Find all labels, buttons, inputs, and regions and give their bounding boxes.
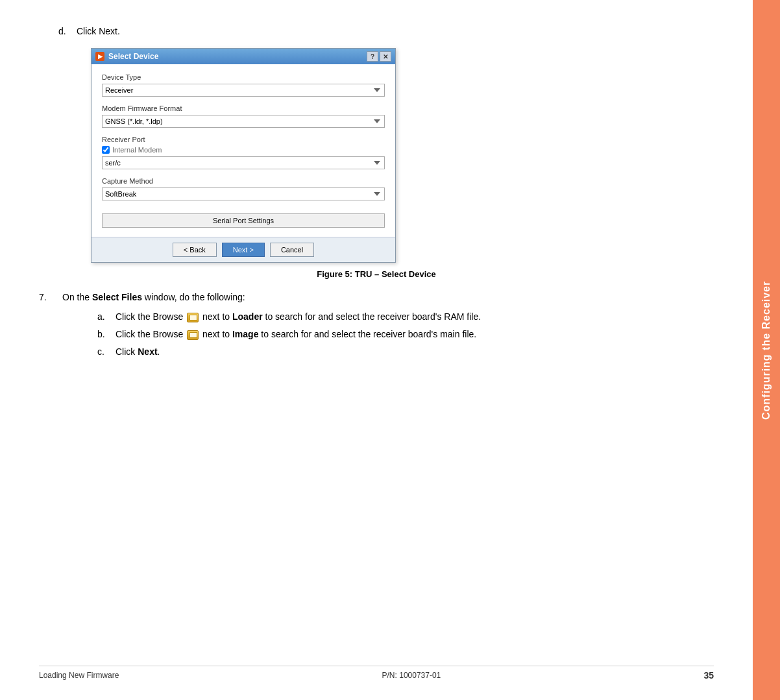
browse-icon-image	[187, 330, 199, 340]
step-7-number: 7.	[39, 292, 57, 302]
device-type-select[interactable]: Receiver	[102, 84, 385, 97]
sub-step-b-text: Click the Browse next to Image to search…	[116, 329, 476, 340]
modem-firmware-group: Modem Firmware Format GNSS (*.ldr, *.ldp…	[102, 104, 385, 128]
browse-icon-loader	[187, 313, 199, 322]
dialog-body: Device Type Receiver Modem Firmware Form…	[91, 64, 395, 237]
port-select[interactable]: ser/c	[102, 156, 385, 169]
step-7-text: On the Select Files window, do the follo…	[62, 292, 245, 302]
sub-step-a-letter: a.	[97, 311, 110, 322]
capture-method-label: Capture Method	[102, 177, 385, 185]
page-number: 35	[703, 670, 714, 681]
main-content: d. Click Next. ▶ Select Device ? ✕	[0, 0, 753, 700]
dialog-footer: < Back Next > Cancel	[91, 237, 395, 262]
dialog-help-button[interactable]: ?	[367, 51, 378, 62]
modem-firmware-select[interactable]: GNSS (*.ldr, *.ldp)	[102, 115, 385, 128]
cancel-button[interactable]: Cancel	[270, 243, 314, 257]
modem-firmware-label: Modem Firmware Format	[102, 104, 385, 112]
dialog-titlebar: ▶ Select Device ? ✕	[91, 49, 395, 64]
device-type-group: Device Type Receiver	[102, 73, 385, 97]
dialog-wrapper: ▶ Select Device ? ✕ Device Type Receiver	[91, 48, 714, 263]
sub-step-c-text: Click Next.	[116, 346, 160, 357]
step-d-text: Click Next.	[77, 26, 120, 36]
sub-step-a-text: Click the Browse next to Loader to searc…	[116, 311, 481, 322]
page-footer: Loading New Firmware P/N: 1000737-01 35	[39, 666, 714, 681]
next-button[interactable]: Next >	[222, 243, 265, 257]
serial-port-settings-button[interactable]: Serial Port Settings	[102, 213, 385, 228]
receiver-port-group: Receiver Port Internal Modem ser/c	[102, 136, 385, 169]
figure-caption: Figure 5: TRU – Select Device	[39, 269, 714, 279]
sub-step-a: a. Click the Browse next to Loader to se…	[97, 311, 714, 322]
internal-modem-checkbox[interactable]	[102, 146, 110, 154]
internal-modem-row: Internal Modem	[102, 146, 385, 154]
dialog-icon: ▶	[95, 52, 104, 61]
dialog-close-button[interactable]: ✕	[380, 51, 391, 62]
sub-step-c-letter: c.	[97, 346, 110, 357]
internal-modem-label: Internal Modem	[112, 146, 162, 154]
receiver-port-label: Receiver Port	[102, 136, 385, 143]
dialog-title: Select Device	[108, 52, 158, 61]
capture-method-group: Capture Method SoftBreak	[102, 177, 385, 200]
select-device-dialog: ▶ Select Device ? ✕ Device Type Receiver	[91, 48, 396, 263]
footer-center: P/N: 1000737-01	[382, 671, 441, 680]
step-7-bold: Select Files	[92, 292, 142, 302]
back-button[interactable]: < Back	[173, 243, 217, 257]
sidebar: Configuring the Receiver	[753, 0, 780, 700]
footer-left: Loading New Firmware	[39, 671, 119, 680]
sub-steps: a. Click the Browse next to Loader to se…	[97, 311, 714, 357]
step-d-letter: d.	[58, 26, 71, 36]
step-d: d. Click Next.	[58, 26, 714, 36]
sub-step-b: b. Click the Browse next to Image to sea…	[97, 329, 714, 340]
sub-step-c: c. Click Next.	[97, 346, 714, 357]
sidebar-label: Configuring the Receiver	[761, 280, 772, 419]
step-7: 7. On the Select Files window, do the fo…	[39, 292, 714, 302]
sub-step-b-letter: b.	[97, 329, 110, 339]
capture-method-select[interactable]: SoftBreak	[102, 187, 385, 200]
device-type-label: Device Type	[102, 73, 385, 81]
